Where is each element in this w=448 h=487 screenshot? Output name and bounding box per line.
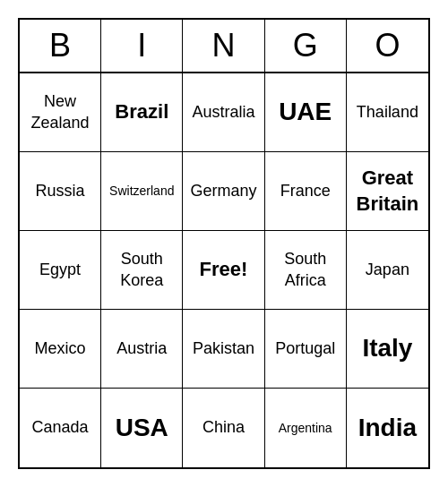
cell-text-13: South Africa [269, 249, 342, 291]
bingo-cell-11: South Korea [101, 231, 183, 310]
bingo-cell-5: Russia [20, 152, 101, 231]
bingo-cell-16: Austria [101, 310, 183, 389]
bingo-card: BINGO New ZealandBrazilAustraliaUAEThail… [18, 18, 430, 469]
bingo-cell-17: Pakistan [183, 310, 264, 389]
cell-text-23: Argentina [279, 420, 332, 436]
cell-text-17: Pakistan [193, 338, 254, 359]
bingo-cell-3: UAE [265, 73, 347, 152]
bingo-cell-2: Australia [183, 73, 264, 152]
bingo-letter-g: G [265, 20, 347, 72]
cell-text-10: Egypt [39, 260, 81, 280]
cell-text-24: India [358, 412, 417, 444]
cell-text-0: New Zealand [23, 91, 97, 133]
bingo-cell-18: Portugal [265, 310, 347, 389]
bingo-cell-10: Egypt [20, 231, 101, 310]
cell-text-15: Mexico [35, 338, 86, 359]
bingo-letter-o: O [347, 20, 428, 72]
bingo-cell-6: Switzerland [101, 152, 183, 231]
cell-text-16: Austria [116, 338, 167, 359]
bingo-letter-n: N [183, 20, 264, 72]
cell-text-5: Russia [36, 181, 85, 201]
cell-text-19: Italy [362, 332, 412, 364]
cell-text-3: UAE [279, 96, 332, 128]
cell-text-18: Portugal [275, 338, 335, 359]
bingo-letter-b: B [20, 20, 101, 72]
cell-text-20: Canada [32, 417, 89, 438]
cell-text-1: Brazil [115, 99, 168, 125]
bingo-cell-22: China [183, 389, 264, 467]
cell-text-8: France [280, 181, 331, 201]
cell-text-14: Japan [366, 260, 409, 280]
bingo-cell-19: Italy [347, 310, 428, 389]
cell-text-11: South Korea [105, 249, 178, 291]
bingo-cell-0: New Zealand [20, 73, 101, 152]
bingo-letter-i: I [101, 20, 183, 72]
bingo-cell-7: Germany [183, 152, 264, 231]
cell-text-2: Australia [192, 102, 254, 123]
bingo-cell-21: USA [101, 389, 183, 467]
cell-text-21: USA [116, 412, 168, 444]
bingo-cell-15: Mexico [20, 310, 101, 389]
bingo-cell-20: Canada [20, 389, 101, 467]
bingo-cell-24: India [347, 389, 428, 467]
bingo-cell-13: South Africa [265, 231, 347, 310]
bingo-cell-8: France [265, 152, 347, 231]
bingo-cell-12: Free! [183, 231, 264, 310]
bingo-header: BINGO [20, 20, 428, 73]
bingo-cell-14: Japan [347, 231, 428, 310]
bingo-cell-9: Great Britain [347, 152, 428, 231]
bingo-grid: New ZealandBrazilAustraliaUAEThailandRus… [20, 73, 428, 467]
cell-text-7: Germany [190, 181, 256, 201]
cell-text-12: Free! [200, 257, 248, 283]
bingo-cell-4: Thailand [347, 73, 428, 152]
bingo-cell-1: Brazil [101, 73, 183, 152]
cell-text-9: Great Britain [350, 166, 425, 217]
cell-text-22: China [202, 417, 245, 438]
bingo-cell-23: Argentina [265, 389, 347, 467]
cell-text-6: Switzerland [109, 183, 174, 199]
cell-text-4: Thailand [357, 102, 418, 123]
